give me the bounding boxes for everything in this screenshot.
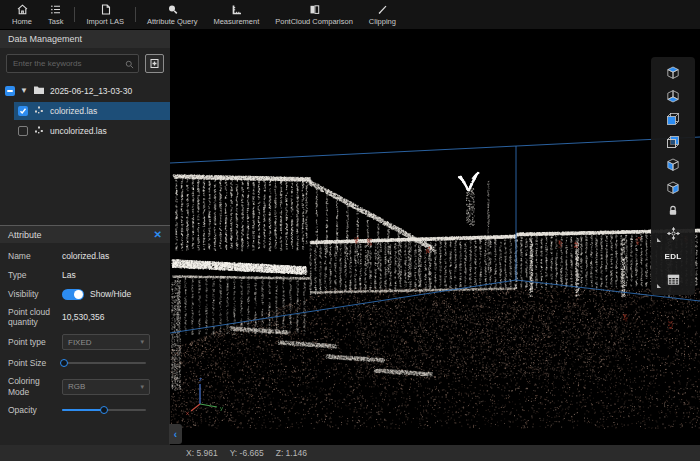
pointcloud-file-icon [34,105,44,117]
attribute-panel-header: Attribute ✕ [0,225,170,243]
search-row [0,48,170,78]
toolbar-separator [135,7,136,22]
opacity-slider[interactable] [62,405,146,415]
uncolorized-checkbox[interactable] [18,126,28,136]
sidebar-collapse-button[interactable]: ‹ [169,424,182,444]
toolbar-separator [74,7,75,22]
name-value: colorized.las [62,251,109,261]
toolbar-pointcloud-comparison-button[interactable]: PontCloud Comparison [267,0,361,29]
attribute-query-icon [166,3,179,16]
point-size-label: Point Size [8,358,62,368]
add-file-button[interactable] [145,54,164,73]
tree-row-dataset[interactable]: ▼ 2025-06-12_13-03-30 [0,82,170,100]
pointcloud-viewport[interactable]: EDL [170,30,700,445]
view-front-button[interactable] [653,107,693,130]
dataset-label: 2025-06-12_13-03-30 [50,86,132,96]
folder-icon [33,85,45,97]
view-right-button[interactable] [653,176,693,199]
attribute-panel-body: Name colorized.las Type Las Visibility S… [0,243,170,416]
visibility-toggle[interactable] [62,289,84,300]
toolbar-attribute-query-button[interactable]: Attribute Query [139,0,205,29]
visibility-label: Visibility [8,289,62,299]
point-size-slider-handle[interactable] [60,359,68,367]
attr-row-point-size: Point Size [8,357,162,369]
visibility-value: Show/Hide [90,289,131,299]
coloring-mode-value: RGB [68,382,85,391]
search-icon [125,55,134,73]
opacity-label: Opacity [8,405,62,415]
dataset-checkbox[interactable] [5,86,15,96]
pointcloud-file-icon [34,125,44,137]
clipping-icon [376,3,389,16]
view-top-button[interactable] [653,61,693,84]
colorized-checkbox[interactable] [18,106,28,116]
attr-row-coloring-mode: Coloring Mode RGB ▾ [8,376,162,396]
attribute-panel: Attribute ✕ Name colorized.las Type Las … [0,225,170,423]
add-file-icon [149,55,160,73]
close-icon[interactable]: ✕ [154,230,162,240]
attr-row-quantity: Point cloud quantity 10,530,356 [8,307,162,327]
caret-down-icon[interactable]: ▼ [20,87,28,95]
attr-row-name: Name colorized.las [8,250,162,262]
file-tree: ▼ 2025-06-12_13-03-30 colorized.las [0,78,170,140]
search-input[interactable] [11,58,125,69]
tree-row-colorized[interactable]: colorized.las [14,102,170,120]
quantity-label: Point cloud quantity [8,307,62,327]
search-box [6,54,139,73]
status-y: Y: -6.665 [230,448,264,458]
pointcloud-comparison-icon [308,3,321,16]
attr-row-opacity: Opacity [8,404,162,416]
attribute-panel-title: Attribute [8,230,42,240]
top-toolbar: Home Task Import LAS Attribute Query [0,0,700,30]
chevron-down-icon: ▾ [140,383,144,391]
point-type-value: FIXED [68,338,92,347]
toolbar-measurement-button[interactable]: Measurement [205,0,267,29]
pointcloud-viewport-canvas[interactable] [170,30,700,445]
toolbar-home-button[interactable]: Home [4,0,40,29]
toolbar-pointcloud-comparison-label: PontCloud Comparison [275,17,353,26]
status-z: Z: 1.146 [276,448,307,458]
edl-button[interactable]: EDL [653,245,693,268]
measurement-icon [230,3,243,16]
toolbar-import-las-button[interactable]: Import LAS [78,0,132,29]
coloring-mode-select[interactable]: RGB ▾ [62,379,150,395]
view-back-button[interactable] [653,130,693,153]
point-type-label: Point type [8,337,62,347]
toolbar-task-label: Task [48,17,63,26]
edl-label: EDL [665,252,682,261]
grid-button[interactable] [653,268,693,291]
attr-row-type: Type Las [8,269,162,281]
data-management-panel: Data Management ▼ 2025-06-12_1 [0,30,170,445]
pan-button[interactable] [653,222,693,245]
toolbar-measurement-label: Measurement [213,17,259,26]
point-type-select[interactable]: FIXED ▾ [62,334,150,350]
toolbar-task-button[interactable]: Task [40,0,71,29]
lock-button[interactable] [653,199,693,222]
attr-row-point-type: Point type FIXED ▾ [8,334,162,350]
attr-row-visibility: Visibility Show/Hide [8,288,162,300]
colorized-label: colorized.las [50,106,97,116]
data-management-title: Data Management [0,30,170,48]
point-size-slider[interactable] [62,358,146,368]
chevron-down-icon: ▾ [140,338,144,346]
view-toolbar: EDL [651,57,695,295]
quantity-value: 10,530,356 [62,312,105,322]
uncolorized-label: uncolorized.las [50,126,107,136]
toolbar-clipping-button[interactable]: Clipping [361,0,404,29]
home-icon [16,3,29,16]
toolbar-home-label: Home [12,17,32,26]
opacity-slider-handle[interactable] [100,406,108,414]
name-label: Name [8,251,62,261]
view-left-button[interactable] [653,153,693,176]
toolbar-attribute-query-label: Attribute Query [147,17,197,26]
chevron-left-icon: ‹ [174,429,177,440]
toolbar-clipping-label: Clipping [369,17,396,26]
type-value: Las [62,270,76,280]
task-icon [49,3,62,16]
status-x: X: 5.961 [186,448,218,458]
import-las-icon [99,3,112,16]
toolbar-import-las-label: Import LAS [86,17,124,26]
status-bar: X: 5.961 Y: -6.665 Z: 1.146 [0,445,700,461]
view-bottom-button[interactable] [653,84,693,107]
tree-row-uncolorized[interactable]: uncolorized.las [14,122,170,140]
